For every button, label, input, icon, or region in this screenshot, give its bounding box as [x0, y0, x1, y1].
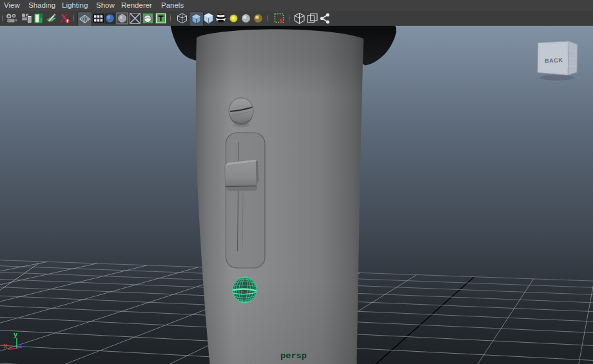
svg-text:BACK: BACK — [545, 57, 563, 64]
svg-text:z: z — [19, 341, 23, 349]
svg-text:x: x — [3, 341, 8, 349]
svg-text:y: y — [14, 330, 18, 338]
svg-text:persp: persp — [280, 351, 307, 361]
